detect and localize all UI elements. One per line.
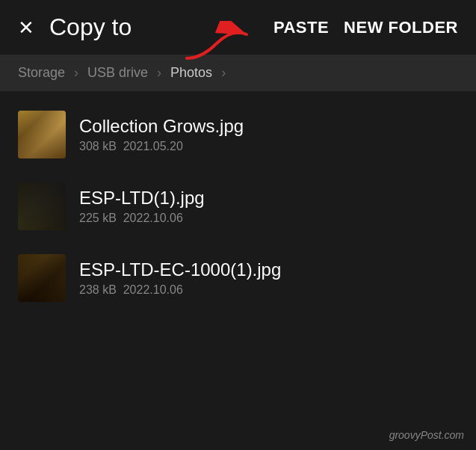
list-item[interactable]: ESP-LTD-EC-1000(1).jpg 238 kB 2022.10.06 [0, 242, 476, 314]
list-item[interactable]: Collection Grows.jpg 308 kB 2021.05.20 [0, 99, 476, 170]
file-size-3: 238 kB [79, 283, 117, 296]
file-info-2: ESP-LTD(1).jpg 225 kB 2022.10.06 [79, 188, 458, 225]
file-thumbnail-3 [18, 254, 66, 302]
new-folder-button[interactable]: NEW FOLDER [344, 18, 458, 37]
file-date-3: 2022.10.06 [123, 283, 183, 296]
file-info-3: ESP-LTD-EC-1000(1).jpg 238 kB 2022.10.06 [79, 259, 458, 297]
file-name-2: ESP-LTD(1).jpg [79, 188, 458, 209]
breadcrumb-sep-3: › [221, 65, 226, 81]
file-meta-1: 308 kB 2021.05.20 [79, 140, 458, 153]
list-item[interactable]: ESP-LTD(1).jpg 225 kB 2022.10.06 [0, 170, 476, 242]
file-list: Collection Grows.jpg 308 kB 2021.05.20 E… [0, 91, 476, 321]
paste-button[interactable]: PASTE [273, 18, 329, 37]
file-size-2: 225 kB [79, 212, 117, 224]
breadcrumb-sep-1: › [74, 65, 78, 81]
file-meta-2: 225 kB 2022.10.06 [79, 212, 458, 225]
breadcrumb-photos[interactable]: Photos [170, 65, 212, 81]
breadcrumb: Storage › USB drive › Photos › [0, 55, 476, 91]
file-name-3: ESP-LTD-EC-1000(1).jpg [79, 259, 458, 280]
file-size-1: 308 kB [79, 140, 117, 152]
breadcrumb-usb[interactable]: USB drive [87, 65, 148, 81]
breadcrumb-storage[interactable]: Storage [18, 65, 65, 81]
file-name-1: Collection Grows.jpg [79, 116, 458, 137]
file-thumbnail-2 [18, 182, 66, 230]
file-thumbnail-1 [18, 111, 66, 158]
file-info-1: Collection Grows.jpg 308 kB 2021.05.20 [79, 116, 458, 153]
page-title: Copy to [49, 13, 259, 41]
header: ✕ Copy to PASTE NEW FOLDER [0, 0, 476, 55]
watermark: groovyPost.com [389, 429, 464, 441]
close-button[interactable]: ✕ [18, 18, 34, 37]
file-date-2: 2022.10.06 [123, 212, 183, 224]
breadcrumb-sep-2: › [157, 65, 161, 81]
file-date-1: 2021.05.20 [123, 140, 183, 152]
file-meta-3: 238 kB 2022.10.06 [79, 283, 458, 297]
